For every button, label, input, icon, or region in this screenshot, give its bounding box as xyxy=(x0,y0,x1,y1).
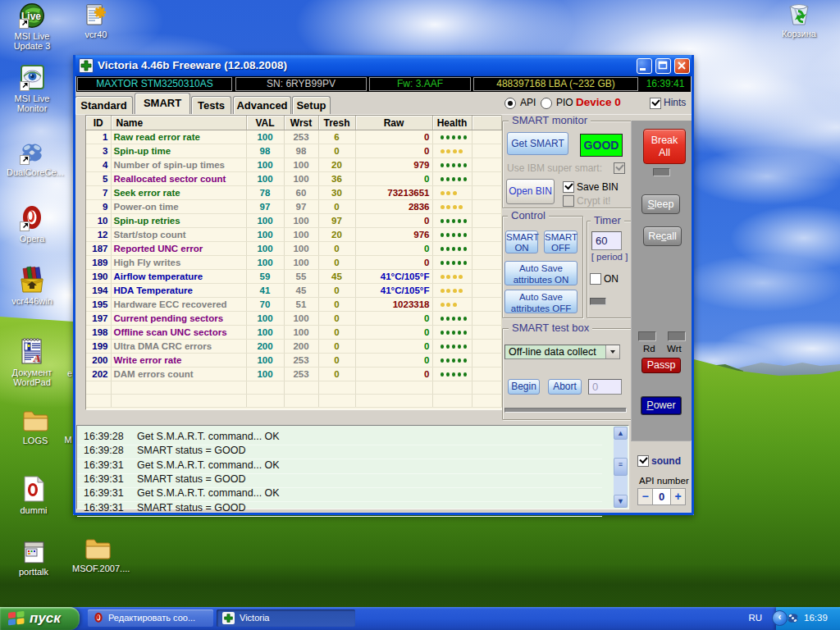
svg-text:A: A xyxy=(33,352,41,364)
